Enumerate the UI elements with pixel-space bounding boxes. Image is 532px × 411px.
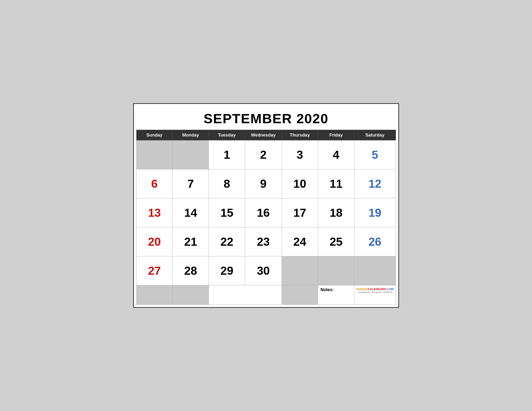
day-header-tuesday: Tuesday xyxy=(209,130,245,140)
day-cell-25: 25 xyxy=(318,227,354,256)
day-cell-30: 30 xyxy=(245,256,282,285)
empty-cell xyxy=(172,140,209,169)
day-number-29: 29 xyxy=(209,256,245,285)
day-cell-13: 13 xyxy=(136,198,172,227)
day-number-10: 10 xyxy=(282,169,318,198)
notes-empty-cell xyxy=(172,285,209,305)
notes-thursday-cell xyxy=(282,285,318,305)
day-headers-row: SundayMondayTuesdayWednesdayThursdayFrid… xyxy=(136,130,396,140)
day-number-25: 25 xyxy=(318,227,354,256)
notes-empty-cell xyxy=(136,285,172,305)
day-cell-6: 6 xyxy=(136,169,172,198)
day-number-16: 16 xyxy=(245,198,281,227)
day-number-11: 11 xyxy=(318,169,354,198)
day-cell-10: 10 xyxy=(282,169,318,198)
week-row-1: 12345 xyxy=(136,140,396,169)
day-number-17: 17 xyxy=(282,198,318,227)
day-number-2: 2 xyxy=(245,140,281,169)
day-number-9: 9 xyxy=(245,169,281,198)
day-cell-14: 14 xyxy=(172,198,209,227)
day-number-19: 19 xyxy=(354,198,396,227)
empty-cell xyxy=(318,256,354,285)
week-row-3: 13141516171819 xyxy=(136,198,396,227)
day-number-24: 24 xyxy=(282,227,318,256)
brand-logo: WHENISCALENDARS.COMCALENDAR HOLIDAYS EVE… xyxy=(356,287,394,294)
day-cell-17: 17 xyxy=(282,198,318,227)
day-header-wednesday: Wednesday xyxy=(245,130,282,140)
day-header-monday: Monday xyxy=(172,130,209,140)
day-cell-7: 7 xyxy=(172,169,209,198)
day-cell-5: 5 xyxy=(354,140,396,169)
empty-cell xyxy=(354,256,396,285)
day-number-6: 6 xyxy=(137,169,172,198)
day-number-3: 3 xyxy=(282,140,318,169)
day-header-friday: Friday xyxy=(318,130,354,140)
week-row-5: 27282930 xyxy=(136,256,396,285)
day-cell-18: 18 xyxy=(318,198,354,227)
day-number-7: 7 xyxy=(172,169,209,198)
day-cell-19: 19 xyxy=(354,198,396,227)
day-cell-16: 16 xyxy=(245,198,282,227)
brand-when: WHENIS xyxy=(356,288,368,291)
week-row-4: 20212223242526 xyxy=(136,227,396,256)
day-header-sunday: Sunday xyxy=(136,130,172,140)
calendar-title: SEPTEMBER 2020 xyxy=(136,106,396,130)
notes-label-cell: Notes: xyxy=(318,285,354,305)
day-header-saturday: Saturday xyxy=(354,130,396,140)
day-number-21: 21 xyxy=(172,227,209,256)
day-cell-23: 23 xyxy=(245,227,282,256)
brand-is: CALENDARS xyxy=(368,288,386,291)
calendar-table: SundayMondayTuesdayWednesdayThursdayFrid… xyxy=(136,130,396,305)
day-cell-12: 12 xyxy=(354,169,396,198)
empty-cell xyxy=(282,256,318,285)
day-cell-22: 22 xyxy=(209,227,245,256)
day-cell-1: 1 xyxy=(209,140,245,169)
day-number-20: 20 xyxy=(137,227,172,256)
day-cell-15: 15 xyxy=(209,198,245,227)
day-cell-20: 20 xyxy=(136,227,172,256)
day-number-27: 27 xyxy=(137,256,172,285)
day-cell-9: 9 xyxy=(245,169,282,198)
day-cell-11: 11 xyxy=(318,169,354,198)
empty-cell xyxy=(136,140,172,169)
day-number-5: 5 xyxy=(354,140,396,169)
day-number-12: 12 xyxy=(354,169,396,198)
day-number-23: 23 xyxy=(245,227,281,256)
day-cell-2: 2 xyxy=(245,140,282,169)
day-number-18: 18 xyxy=(318,198,354,227)
day-cell-27: 27 xyxy=(136,256,172,285)
day-cell-21: 21 xyxy=(172,227,209,256)
day-cell-3: 3 xyxy=(282,140,318,169)
calendar-container: SEPTEMBER 2020 SundayMondayTuesdayWednes… xyxy=(133,103,399,308)
day-number-8: 8 xyxy=(209,169,245,198)
day-number-1: 1 xyxy=(209,140,245,169)
notes-content-cell xyxy=(209,285,282,305)
brand-sub: CALENDAR HOLIDAYS EVENTS xyxy=(356,291,394,294)
day-cell-29: 29 xyxy=(209,256,245,285)
day-number-4: 4 xyxy=(318,140,354,169)
day-number-28: 28 xyxy=(172,256,209,285)
day-number-22: 22 xyxy=(209,227,245,256)
day-number-30: 30 xyxy=(245,256,281,285)
day-cell-28: 28 xyxy=(172,256,209,285)
day-cell-8: 8 xyxy=(209,169,245,198)
day-number-13: 13 xyxy=(137,198,172,227)
day-cell-24: 24 xyxy=(282,227,318,256)
day-cell-26: 26 xyxy=(354,227,396,256)
notes-row: Notes:WHENISCALENDARS.COMCALENDAR HOLIDA… xyxy=(136,285,396,305)
brand-cell: WHENISCALENDARS.COMCALENDAR HOLIDAYS EVE… xyxy=(354,285,396,305)
brand-end: .COM xyxy=(386,288,393,291)
day-cell-4: 4 xyxy=(318,140,354,169)
day-number-26: 26 xyxy=(354,227,396,256)
day-header-thursday: Thursday xyxy=(282,130,318,140)
day-number-14: 14 xyxy=(172,198,209,227)
day-number-15: 15 xyxy=(209,198,245,227)
week-row-2: 6789101112 xyxy=(136,169,396,198)
